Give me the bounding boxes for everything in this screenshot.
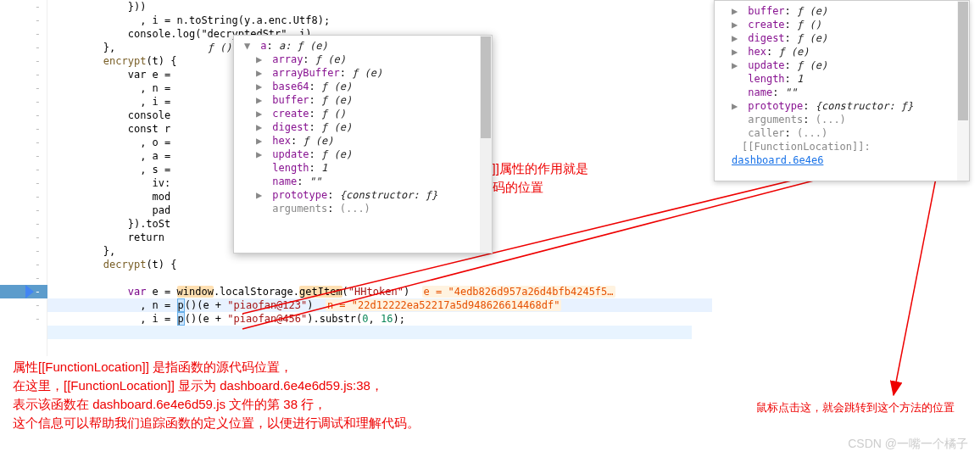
property-row[interactable]: name: "": [725, 86, 966, 99]
property-row[interactable]: ▶ create: ƒ (): [237, 107, 488, 120]
property-row[interactable]: ▶ prototype: {constructor: ƒ}: [725, 99, 966, 113]
property-row[interactable]: ▶ hex: ƒ (e): [725, 45, 966, 59]
popup-header: ▼ a: a: ƒ (e): [237, 39, 488, 53]
watermark: CSDN @一嘴一个橘子: [848, 437, 968, 452]
property-row[interactable]: ▶ buffer: ƒ (e): [237, 93, 488, 107]
property-row[interactable]: ▶ create: ƒ (): [725, 18, 966, 31]
property-row[interactable]: caller: (...): [725, 126, 966, 140]
property-row[interactable]: length: 1: [725, 72, 966, 86]
property-row[interactable]: name: "": [237, 175, 488, 188]
function-location-row: [[FunctionLocation]]: dashboard.6e4e6: [725, 140, 966, 153]
property-row[interactable]: ▶ prototype: {constructor: ƒ}: [237, 188, 488, 202]
code-line: })): [47, 0, 712, 14]
property-row[interactable]: ▶ hex: ƒ (e): [237, 134, 488, 148]
property-row[interactable]: ▶ digest: ƒ (e): [725, 31, 966, 45]
function-location-link[interactable]: dashboard.6e4e6: [732, 154, 823, 166]
property-row[interactable]: ▶ arrayBuffer: ƒ (e): [237, 66, 488, 80]
annotation-right: 鼠标点击这，就会跳转到这个方法的位置: [756, 400, 955, 415]
property-row[interactable]: ▶ update: ƒ (e): [725, 59, 966, 72]
property-row[interactable]: ▶ base64: ƒ (e): [237, 80, 488, 93]
property-row[interactable]: ▶ digest: ƒ (e): [237, 120, 488, 134]
gutter: - - - - - - - - - - - - - - - - - - - - …: [0, 0, 47, 356]
property-row[interactable]: arguments: (...): [725, 113, 966, 126]
object-inspect-popup-left[interactable]: ▼ a: a: ƒ (e) ▶ array: ƒ (e)▶ arrayBuffe…: [233, 35, 493, 254]
property-row[interactable]: length: 1: [237, 161, 488, 175]
property-row[interactable]: ▶ buffer: ƒ (e): [725, 4, 966, 18]
annotation-bottom: 属性[[FunctionLocation]] 是指函数的源代码位置， 在这里，[…: [13, 358, 420, 432]
scrollbar[interactable]: [480, 36, 492, 253]
property-row[interactable]: ▶ update: ƒ (e): [237, 148, 488, 161]
property-row[interactable]: ▶ array: ƒ (e): [237, 53, 488, 66]
current-line: var e = window.localStorage.getItem("HHt…: [47, 285, 712, 298]
svg-line-3: [894, 170, 938, 395]
scrollbar[interactable]: [957, 1, 969, 181]
gutter-mark: -: [0, 0, 47, 14]
property-row[interactable]: arguments: (...): [237, 202, 488, 215]
object-inspect-popup-right[interactable]: ▶ buffer: ƒ (e)▶ create: ƒ ()▶ digest: ƒ…: [714, 0, 970, 181]
